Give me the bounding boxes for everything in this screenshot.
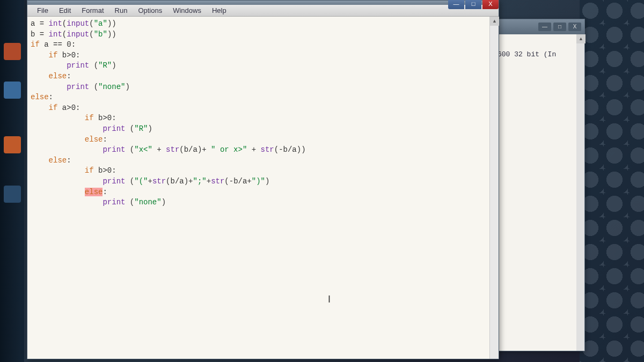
idle-editor-window: — □ X File Edit Format Run Options Windo… — [27, 0, 499, 359]
code-line: else: — [31, 187, 495, 198]
menu-format[interactable]: Format — [76, 5, 109, 16]
taskbar-icon[interactable] — [4, 82, 21, 99]
code-line: else: — [31, 71, 495, 82]
taskbar-icon[interactable] — [4, 43, 21, 60]
menu-windows[interactable]: Windows — [167, 5, 207, 16]
close-button[interactable]: X — [568, 23, 581, 31]
window-controls: — □ X — [448, 0, 499, 9]
maximize-button[interactable]: □ — [553, 23, 566, 31]
code-line: if a>0: — [31, 103, 495, 114]
minimize-button[interactable]: — — [448, 0, 464, 9]
shell-text: 600 32 bit (In — [497, 50, 556, 58]
code-line: else: — [31, 156, 495, 166]
shell-content[interactable]: 600 32 bit (In — [494, 34, 584, 75]
minimize-button[interactable]: — — [538, 23, 551, 31]
code-line: print ("none") — [31, 82, 495, 93]
shell-titlebar: — □ X — [494, 19, 584, 34]
close-button[interactable]: X — [482, 0, 499, 9]
scroll-up-icon[interactable]: ▲ — [490, 17, 499, 26]
code-line: if b>0: — [31, 113, 495, 124]
code-line: print ("R") — [31, 124, 495, 135]
menu-file[interactable]: File — [32, 5, 54, 16]
code-line: if a == 0: — [31, 40, 495, 50]
menu-help[interactable]: Help — [207, 5, 232, 16]
taskbar — [0, 0, 24, 362]
taskbar-icon[interactable] — [4, 136, 21, 153]
code-editor[interactable]: a = int(input("a"))b = int(input("b"))if… — [27, 17, 499, 359]
code-line: if b>0: — [31, 50, 495, 61]
code-line: print ("x<" + str(b/a)+ " or x>" + str(-… — [31, 145, 495, 156]
scrollbar[interactable]: ▲ — [489, 17, 499, 359]
code-line: else: — [31, 92, 495, 103]
code-line: print ("R") — [31, 61, 495, 71]
code-line: print ("("+str(b/a)+";"+str(-b/a+")") — [31, 176, 495, 187]
code-line: b = int(input("b")) — [31, 29, 495, 40]
menu-options[interactable]: Options — [133, 5, 167, 16]
scrollbar[interactable]: ▲ — [576, 34, 584, 351]
code-line: print ("none") — [31, 197, 495, 208]
titlebar[interactable] — [27, 1, 499, 5]
desktop-background — [580, 0, 644, 362]
menu-run[interactable]: Run — [109, 5, 133, 16]
code-line: else: — [31, 135, 495, 145]
menu-edit[interactable]: Edit — [54, 5, 76, 16]
code-line: if b>0: — [31, 166, 495, 176]
taskbar-icon[interactable] — [4, 186, 21, 203]
scroll-up-icon[interactable]: ▲ — [576, 34, 586, 43]
code-line: a = int(input("a")) — [31, 19, 495, 29]
python-shell-window: — □ X 600 32 bit (In ▲ — [494, 19, 585, 351]
text-cursor-icon: I — [328, 294, 331, 305]
menubar: File Edit Format Run Options Windows Hel… — [27, 5, 499, 17]
maximize-button[interactable]: □ — [465, 0, 481, 9]
